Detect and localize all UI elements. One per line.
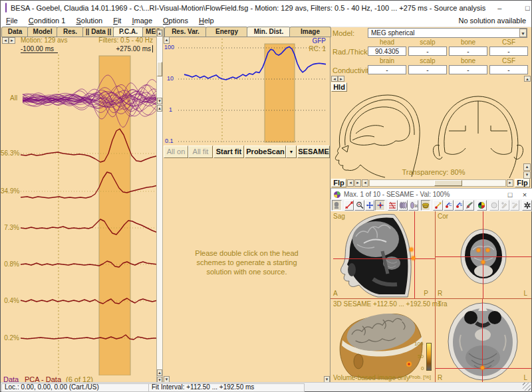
page-prev-button[interactable]: ◄ (2, 37, 9, 44)
svg-text:S: S (460, 203, 462, 207)
mri-tra-view[interactable]: Tra R L (436, 299, 531, 383)
transparency-slider[interactable] (369, 179, 506, 187)
rad-field-head[interactable]: 90.4305 (368, 47, 406, 56)
scroll-thumb[interactable] (157, 62, 162, 76)
page-next-button[interactable]: ► (9, 37, 15, 44)
model-select-value: MEG spherical (371, 29, 415, 37)
dipole-s-icon[interactable]: S (454, 200, 464, 211)
mid-scroll-up-icon[interactable]: ▲ (164, 37, 170, 44)
tab-model[interactable]: Model (27, 27, 58, 37)
mri-cor-view[interactable]: Cor R L (436, 211, 531, 298)
brain-slices-icon[interactable] (398, 200, 408, 211)
transparency-label: Transparency: 80% (390, 168, 477, 176)
scroll-up2-icon[interactable]: ▲ (157, 105, 162, 112)
hint-line-2: schemes to generate a starting (163, 258, 331, 267)
rad-field-bone[interactable]: - (449, 47, 487, 56)
mri-sag-view[interactable]: Sag A P (331, 211, 435, 298)
mri-restore-button[interactable]: □ (503, 189, 517, 199)
rad-header-scalp: scalp (408, 39, 447, 46)
settings-gear-icon[interactable] (522, 200, 532, 211)
channel-label-56[interactable]: 56.3% (1, 149, 19, 157)
cond-field-scalp[interactable]: - (408, 65, 447, 74)
resize-grip[interactable] (523, 383, 531, 391)
head-silhouette-icon[interactable] (332, 200, 342, 211)
model-scroll-right-icon[interactable]: ► (338, 76, 344, 82)
menu-options[interactable]: Options (158, 15, 194, 26)
condition-label: Motion: 129 avs (21, 37, 68, 44)
minimize-button[interactable]: – (485, 1, 513, 15)
cond-field-bone[interactable]: - (449, 65, 487, 74)
probe-scan-dropdown[interactable]: ▼ (286, 146, 297, 158)
pca-waveform-plot[interactable] (1, 54, 158, 375)
scheme-down-icon[interactable]: ▼ (523, 171, 531, 179)
besa-window: BESA - Goebel, Claudia 14.01.1969 - C:\.… (0, 0, 532, 392)
channel-label-08[interactable]: 0.8% (1, 260, 19, 268)
channel-label-all[interactable]: All (10, 94, 17, 102)
menu-fit[interactable]: Fit (108, 15, 126, 26)
slider-left2-icon[interactable]: ◄ (362, 179, 368, 187)
crosshair-icon[interactable] (375, 200, 385, 211)
ytick-01: 0.1 (165, 138, 174, 144)
channel-label-34[interactable]: 34.9% (1, 187, 19, 195)
model-scroll-left-icon[interactable]: ◄ (331, 76, 338, 82)
model-select[interactable]: MEG spherical (368, 28, 527, 38)
cond-field-brain[interactable]: - (368, 65, 406, 74)
rad-field-scalp[interactable]: - (408, 47, 447, 56)
dipole-off-icon[interactable] (464, 200, 474, 211)
model-dropdown-icon[interactable]: ▼ (519, 29, 527, 37)
tab-norm-data[interactable]: || Data || (82, 27, 114, 37)
rotate-dipole-icon[interactable] (344, 200, 354, 211)
menu-image[interactable]: Image (126, 15, 158, 26)
menu-condition[interactable]: Condition 1 (23, 15, 71, 26)
tab-data[interactable]: Data (1, 27, 29, 37)
maximize-button[interactable]: □ (513, 1, 532, 15)
sag-source-marker (410, 248, 413, 251)
slice-count-icon[interactable]: 30 (408, 200, 418, 211)
channel-label-02[interactable]: 0.2% (1, 334, 19, 342)
head-schemes[interactable] (331, 90, 529, 178)
all-fit-button[interactable]: All fit (188, 146, 213, 158)
slider-right2-icon[interactable]: ► (507, 179, 513, 187)
menu-solution[interactable]: Solution (70, 15, 108, 26)
channel-label-7[interactable]: 7.3% (1, 224, 19, 231)
scroll-down-icon[interactable]: ▼ (157, 98, 162, 104)
cut-plane-icon[interactable] (421, 200, 431, 211)
flip-left-button[interactable]: Flp (331, 179, 346, 187)
channel-label-04[interactable]: 0.4% (1, 297, 19, 304)
rad-field-csf[interactable]: - (489, 47, 528, 56)
prob-colorbar (426, 343, 432, 371)
colorbar-100: 100 (414, 341, 423, 347)
cond-field-csf[interactable]: - (489, 65, 528, 74)
besa-app-icon (5, 3, 7, 13)
dipole-fit-icon[interactable] (433, 200, 443, 211)
color-sphere-icon[interactable] (477, 200, 487, 211)
sag-posterior-label: P (424, 290, 428, 297)
slider-left-icon[interactable]: ◄ (347, 179, 354, 187)
model-scroll-up-icon[interactable]: ▲ (524, 76, 531, 82)
sesame-button[interactable]: SESAME (297, 146, 330, 158)
gfp-chart[interactable] (163, 36, 331, 146)
menu-help[interactable]: Help (194, 15, 219, 26)
scroll-up-icon[interactable]: ▲ (157, 30, 162, 37)
scroll-up3-icon[interactable]: ▲ (157, 369, 162, 376)
left-scrollbar[interactable]: ▲ ▼ ▲ ▲ ▼ (156, 29, 163, 383)
slider-right-icon[interactable]: ► (354, 179, 361, 187)
pan-arrows-icon[interactable] (365, 200, 375, 211)
zoom-magnifier-icon[interactable] (354, 200, 364, 211)
mri-close-button[interactable]: × (517, 189, 532, 199)
all-on-button[interactable]: All on (164, 146, 188, 158)
probe-scan-button[interactable]: ProbeScan (245, 146, 286, 158)
start-fit-button[interactable]: Start fit (213, 146, 244, 158)
dipole-c-icon[interactable]: C (444, 200, 454, 211)
sag-label: Sag (333, 213, 345, 220)
tab-pca[interactable]: P.C.A. (113, 27, 144, 37)
transparency-slider-thumb[interactable] (434, 180, 462, 186)
slice-shift-icon[interactable] (388, 200, 398, 211)
flip-right-button[interactable]: Flp (515, 179, 530, 187)
scheme-up-icon[interactable]: ▲ (523, 163, 531, 171)
cor-crosshair-v (483, 211, 483, 298)
mri-3d-view[interactable]: 3D SESAME +112.50 ... +192.50 ms Volume-… (331, 299, 435, 383)
rad-header-bone: bone (449, 39, 487, 46)
menu-file[interactable]: File (1, 15, 23, 26)
tab-res[interactable]: Res. (57, 27, 84, 37)
